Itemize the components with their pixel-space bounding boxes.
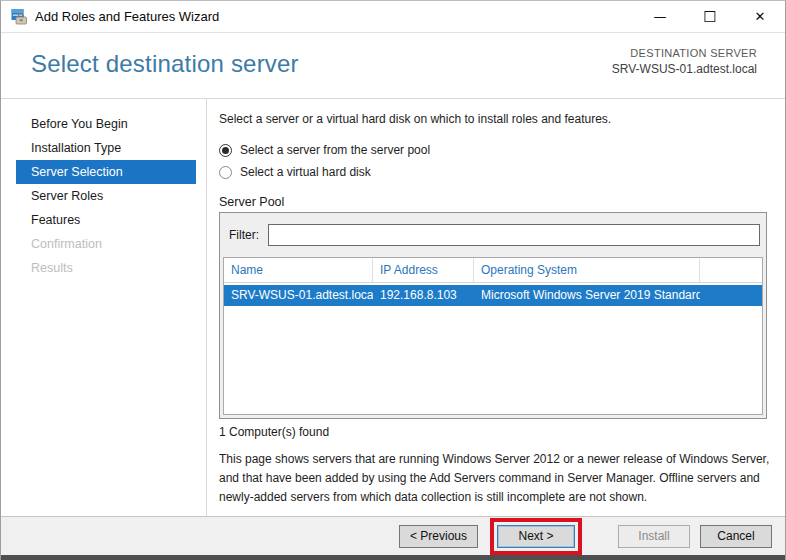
- wizard-window: Add Roles and Features Wizard — ☐ ✕ Sele…: [0, 0, 786, 560]
- destination-label: DESTINATION SERVER: [612, 47, 757, 59]
- filter-label: Filter:: [229, 228, 259, 242]
- minimize-button[interactable]: —: [635, 1, 685, 33]
- sidebar-item-installation-type[interactable]: Installation Type: [1, 136, 206, 160]
- page-description: This page shows servers that are running…: [219, 450, 779, 507]
- sidebar-item-server-selection[interactable]: Server Selection: [16, 160, 196, 184]
- wizard-steps-sidebar: Before You Begin Installation Type Serve…: [1, 99, 207, 516]
- cell-operating-system: Microsoft Windows Server 2019 Standard: [474, 285, 700, 306]
- previous-button[interactable]: < Previous: [399, 525, 478, 548]
- table-header-row: Name IP Address Operating System: [224, 258, 762, 283]
- radio-virtual-hard-disk[interactable]: [219, 166, 232, 179]
- sidebar-item-confirmation: Confirmation: [1, 232, 206, 256]
- column-header-ip-address[interactable]: IP Address: [373, 258, 474, 282]
- red-annotation-box: Next >: [490, 518, 582, 555]
- window-title: Add Roles and Features Wizard: [35, 9, 635, 24]
- destination-server-name: SRV-WSUS-01.adtest.local: [612, 62, 757, 76]
- sidebar-item-results: Results: [1, 256, 206, 280]
- radio-server-pool-label: Select a server from the server pool: [240, 143, 430, 157]
- cell-server-name: SRV-WSUS-01.adtest.local: [224, 285, 373, 306]
- title-bar: Add Roles and Features Wizard — ☐ ✕: [1, 1, 785, 33]
- server-pool-panel: Filter: Name IP Address Operating System…: [219, 212, 767, 419]
- table-row-selected[interactable]: SRV-WSUS-01.adtest.local 192.168.8.103 M…: [224, 285, 762, 306]
- sidebar-item-before-you-begin[interactable]: Before You Begin: [1, 112, 206, 136]
- filter-input[interactable]: [268, 224, 760, 246]
- sidebar-item-server-roles[interactable]: Server Roles: [1, 184, 206, 208]
- radio-server-pool[interactable]: [219, 144, 232, 157]
- radio-option-virtual-hard-disk[interactable]: Select a virtual hard disk: [219, 165, 779, 179]
- next-button[interactable]: Next >: [497, 525, 575, 548]
- wizard-footer: < Previous Next > Install Cancel: [1, 516, 785, 555]
- column-header-operating-system[interactable]: Operating System: [474, 258, 700, 282]
- radio-option-server-pool[interactable]: Select a server from the server pool: [219, 143, 779, 157]
- sidebar-item-features[interactable]: Features: [1, 208, 206, 232]
- radio-virtual-hard-disk-label: Select a virtual hard disk: [240, 165, 371, 179]
- wizard-content: Select a server or a virtual hard disk o…: [207, 99, 786, 516]
- column-header-extra: [700, 258, 762, 282]
- wizard-header: Select destination server DESTINATION SE…: [1, 33, 785, 99]
- server-pool-label: Server Pool: [219, 195, 779, 209]
- server-pool-table: Name IP Address Operating System SRV-WSU…: [223, 257, 763, 415]
- cancel-button[interactable]: Cancel: [700, 525, 772, 548]
- destination-block: DESTINATION SERVER SRV-WSUS-01.adtest.lo…: [612, 47, 757, 76]
- close-button[interactable]: ✕: [735, 1, 785, 33]
- page-title: Select destination server: [31, 50, 299, 78]
- install-button: Install: [618, 525, 690, 548]
- wizard-app-icon: [10, 8, 28, 26]
- maximize-button[interactable]: ☐: [685, 1, 735, 33]
- cell-ip-address: 192.168.8.103: [373, 285, 474, 306]
- intro-text: Select a server or a virtual hard disk o…: [219, 112, 779, 126]
- column-header-name[interactable]: Name: [224, 258, 373, 282]
- computers-found-count: 1 Computer(s) found: [219, 425, 779, 439]
- window-bottom-border: [1, 555, 785, 560]
